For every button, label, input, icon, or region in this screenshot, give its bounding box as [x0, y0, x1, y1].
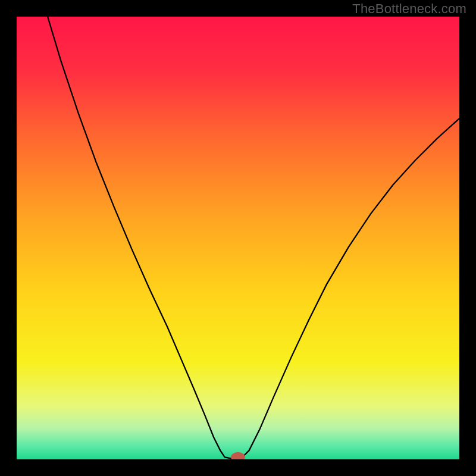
chart-frame: TheBottleneck.com — [0, 0, 476, 476]
watermark-text: TheBottleneck.com — [352, 1, 466, 17]
bottleneck-chart — [17, 17, 459, 459]
plot-area — [17, 17, 459, 459]
gradient-background — [17, 17, 459, 459]
